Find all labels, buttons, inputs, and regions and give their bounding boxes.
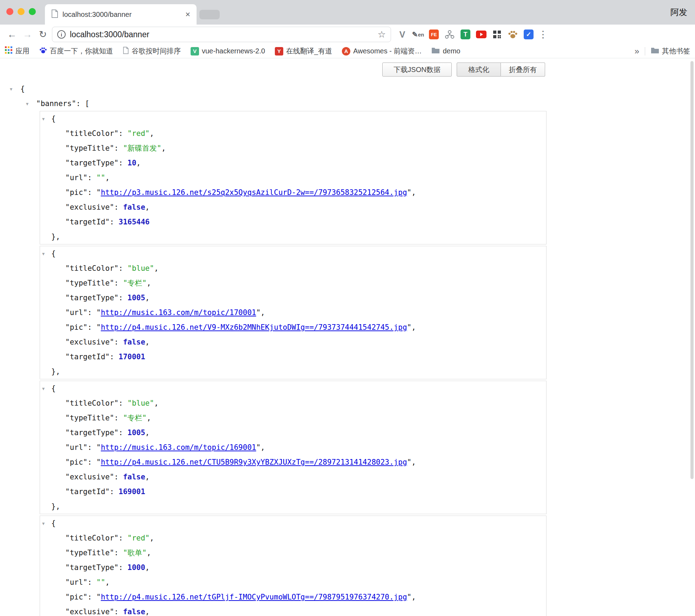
collapse-all-button[interactable]: 折叠所有 xyxy=(501,63,545,77)
json-punct: { xyxy=(20,85,25,93)
json-link[interactable]: http://music.163.com/m/topic/170001 xyxy=(101,308,256,317)
collapse-toggle-icon[interactable]: ▼ xyxy=(42,247,45,261)
site-info-icon[interactable]: i xyxy=(57,30,66,39)
collapse-toggle-icon[interactable]: ▼ xyxy=(42,516,45,531)
json-punct: , xyxy=(145,563,150,572)
json-field-line: "targetId": 169001 xyxy=(40,484,546,499)
vimium-icon[interactable]: V xyxy=(397,29,408,40)
paw-icon[interactable] xyxy=(507,29,518,40)
scrollbar-thumb[interactable] xyxy=(690,61,694,479)
collapse-toggle-icon[interactable]: ▼ xyxy=(42,381,45,396)
youtube-icon[interactable] xyxy=(476,29,487,40)
format-button[interactable]: 格式化 xyxy=(457,63,501,77)
json-key: "targetId" xyxy=(65,218,110,226)
json-key: "typeTitle" xyxy=(65,414,114,422)
bookmark-label: 应用 xyxy=(15,46,29,56)
fe-icon[interactable]: FE xyxy=(428,29,439,40)
bookmark-vue-hackernews[interactable]: V vue-hackernews-2.0 xyxy=(191,47,265,55)
bookmark-star-icon[interactable]: ☆ xyxy=(378,29,386,40)
json-punct: , xyxy=(150,534,154,542)
check-badge-icon[interactable]: ✓ xyxy=(523,29,534,40)
bookmark-google-sort[interactable]: 谷歌按时间排序 xyxy=(123,46,181,56)
json-key: "url" xyxy=(65,578,87,586)
json-punct: : xyxy=(114,608,123,616)
address-bar[interactable]: i localhost:3000/banner ☆ xyxy=(52,27,391,42)
json-field-line: "targetType": 10, xyxy=(40,156,546,170)
json-link[interactable]: http://p4.music.126.net/V9-MXz6b2MNhEKju… xyxy=(101,323,407,332)
json-punct: : xyxy=(119,129,127,138)
tab-close-icon[interactable]: × xyxy=(185,9,190,19)
json-string-value: "red" xyxy=(127,129,150,138)
translate-icon[interactable]: ✎en xyxy=(412,29,424,40)
json-key: "exclusive" xyxy=(65,338,114,346)
close-window-button[interactable] xyxy=(6,8,13,15)
json-key: "pic" xyxy=(65,323,87,332)
download-json-button[interactable]: 下载JSON数据 xyxy=(382,63,452,77)
bookmark-other-folder[interactable]: 其他书签 xyxy=(651,46,690,56)
json-key: "titleColor" xyxy=(65,264,119,273)
json-punct: : xyxy=(114,414,123,422)
json-punct: : xyxy=(114,279,123,287)
json-key: "titleColor" xyxy=(65,534,119,542)
minimize-window-button[interactable] xyxy=(18,8,25,15)
json-punct: " xyxy=(407,323,412,332)
json-punct: , xyxy=(260,308,265,317)
url-text[interactable]: localhost:3000/banner xyxy=(70,30,149,39)
tampermonkey-icon[interactable]: T xyxy=(460,29,471,40)
json-field-line: "titleColor": "blue", xyxy=(40,396,546,411)
json-boolean-value: false xyxy=(123,203,145,211)
json-punct: }, xyxy=(51,502,60,511)
json-link[interactable]: http://p4.music.126.net/CTU5B9R9y3XyYBZX… xyxy=(101,458,407,466)
json-punct: , xyxy=(147,414,151,422)
forward-button[interactable]: → xyxy=(20,27,35,42)
collapse-toggle-icon[interactable]: ▼ xyxy=(10,82,12,97)
org-chart-icon[interactable] xyxy=(444,29,455,40)
qrcode-icon[interactable] xyxy=(491,29,503,40)
bookmark-demo-folder[interactable]: demo xyxy=(431,47,460,55)
back-button[interactable]: ← xyxy=(4,27,20,42)
profile-name[interactable]: 阿发 xyxy=(670,7,687,18)
json-punct: : xyxy=(119,294,127,302)
json-punct: , xyxy=(154,399,159,407)
browser-tab[interactable]: localhost:3000/banner × xyxy=(45,4,197,25)
json-punct: , xyxy=(411,323,416,332)
json-key: "exclusive" xyxy=(65,608,114,616)
json-string-value: "blue" xyxy=(127,399,154,407)
page-icon xyxy=(51,9,58,19)
json-key: "pic" xyxy=(65,188,87,197)
bookmark-awesomes[interactable]: A Awesomes - 前端资… xyxy=(342,46,422,56)
zoom-window-button[interactable] xyxy=(29,8,36,15)
reload-button[interactable]: ↻ xyxy=(35,27,51,42)
json-punct: " xyxy=(97,188,101,197)
json-key: "targetType" xyxy=(65,294,119,302)
apps-grid-icon xyxy=(5,46,13,56)
collapse-toggle-icon[interactable]: ▼ xyxy=(26,97,28,111)
browser-menu-icon[interactable]: ⋮ xyxy=(538,29,548,40)
json-key: "titleColor" xyxy=(65,399,119,407)
bookmark-apps[interactable]: 应用 xyxy=(5,46,29,56)
bookmark-baidu[interactable]: 百度一下，你就知道 xyxy=(39,46,113,56)
json-number-value: 10 xyxy=(127,159,136,167)
json-punct: , xyxy=(411,593,416,601)
json-punct: " xyxy=(407,188,412,197)
json-link[interactable]: http://p3.music.126.net/s25q2x5QyqsAzilC… xyxy=(101,188,407,197)
json-key: "typeTitle" xyxy=(65,144,114,152)
json-key: "targetType" xyxy=(65,159,119,167)
json-link[interactable]: http://music.163.com/m/topic/169001 xyxy=(101,443,256,452)
collapse-toggle-icon[interactable]: ▼ xyxy=(42,112,45,126)
json-string-value: "blue" xyxy=(127,264,154,273)
json-punct: " xyxy=(97,593,101,601)
json-link[interactable]: http://p4.music.126.net/tGPljf-IMOCyPvum… xyxy=(101,593,407,601)
json-punct: , xyxy=(145,608,150,616)
json-punct: }, xyxy=(51,367,60,376)
json-number-value: 1005 xyxy=(127,428,145,437)
new-tab-button[interactable] xyxy=(199,10,220,19)
json-number-value: 3165446 xyxy=(119,218,150,226)
json-punct: , xyxy=(145,203,150,211)
bookmark-label: demo xyxy=(443,47,460,55)
json-key: "exclusive" xyxy=(65,203,114,211)
bookmark-youdao[interactable]: Y 在线翻译_有道 xyxy=(275,46,332,56)
folder-icon xyxy=(431,47,440,55)
json-punct: " xyxy=(97,443,101,452)
bookmarks-overflow-icon[interactable]: » xyxy=(635,46,639,56)
